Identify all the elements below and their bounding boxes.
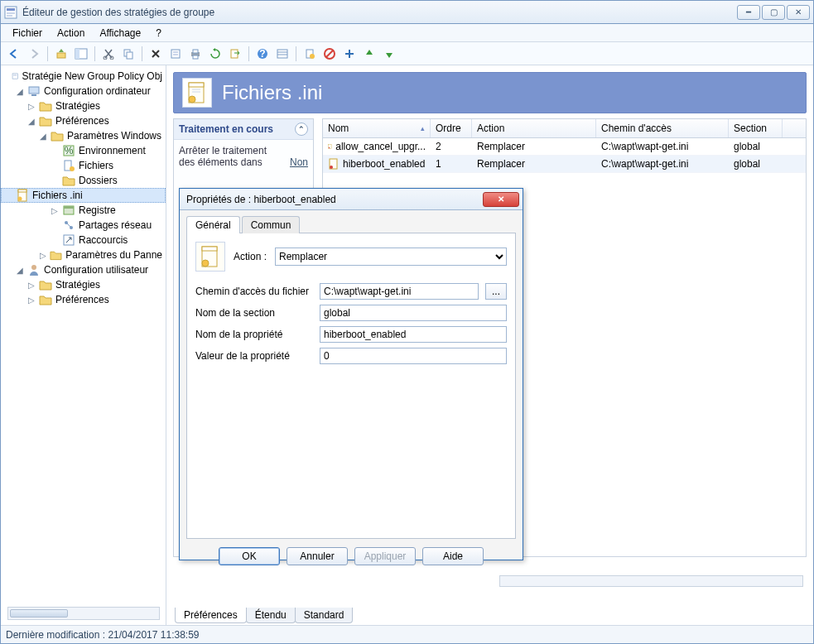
menu-file[interactable]: Fichier <box>6 26 49 41</box>
svg-rect-4 <box>57 53 65 58</box>
action-label: Action : <box>234 251 267 262</box>
add-icon[interactable] <box>341 46 358 62</box>
col-section[interactable]: Section <box>729 119 783 137</box>
menubar: Fichier Action Affichage ? <box>1 24 813 42</box>
tree-windows-params[interactable]: ◢Paramètres Windows <box>1 128 166 143</box>
tree-computer-config[interactable]: ◢Configuration ordinateur <box>1 84 166 99</box>
minimize-button[interactable]: ━ <box>737 5 760 20</box>
value-field[interactable] <box>320 348 507 364</box>
tab-standard[interactable]: Standard <box>295 608 354 623</box>
svg-rect-30 <box>31 94 36 96</box>
svg-rect-16 <box>193 55 198 59</box>
refresh-icon[interactable] <box>207 46 224 62</box>
tree-user-config[interactable]: ◢Configuration utilisateur <box>1 262 166 277</box>
properties-icon[interactable] <box>167 46 184 62</box>
close-button[interactable]: ✕ <box>787 5 810 20</box>
processing-value[interactable]: Non <box>290 156 308 168</box>
col-order[interactable]: Ordre <box>431 119 472 137</box>
menu-action[interactable]: Action <box>51 26 91 41</box>
tree-files[interactable]: Fichiers <box>1 158 166 173</box>
properties-dialog: Propriétés de : hiberboot_enabled ✕ Géné… <box>179 188 523 560</box>
action-select[interactable]: Remplacer <box>275 248 507 266</box>
svg-rect-36 <box>18 190 26 192</box>
col-name[interactable]: Nom▴ <box>323 119 431 137</box>
tab-common[interactable]: Commun <box>242 216 301 233</box>
browse-button[interactable]: ... <box>485 283 507 300</box>
help-icon[interactable]: ? <box>254 46 271 62</box>
print-icon[interactable] <box>187 46 204 62</box>
back-icon[interactable] <box>6 46 22 62</box>
ini-icon <box>195 242 225 272</box>
ok-button[interactable]: OK <box>219 547 280 565</box>
svg-rect-1 <box>7 8 15 11</box>
tree-user-preferences[interactable]: ▷Préférences <box>1 292 166 307</box>
copy-icon[interactable] <box>120 46 137 62</box>
tree-folders[interactable]: Dossiers <box>1 173 166 188</box>
export-icon[interactable] <box>227 46 243 62</box>
list-icon[interactable] <box>274 46 291 62</box>
app-window: Éditeur de gestion des stratégies de gro… <box>0 0 814 644</box>
tab-preferences[interactable]: Préférences <box>175 608 247 623</box>
processing-header: Traitement en cours <box>179 123 273 135</box>
menu-help[interactable]: ? <box>149 26 168 41</box>
svg-text:%: % <box>65 145 74 156</box>
svg-rect-28 <box>13 74 17 76</box>
svg-point-34 <box>70 166 75 171</box>
toolbar: ? <box>1 42 813 65</box>
tree-root[interactable]: Stratégie New Group Policy Obj <box>1 69 166 84</box>
tree-user-strategies[interactable]: ▷Stratégies <box>1 277 166 292</box>
dialog-close-button[interactable]: ✕ <box>483 192 519 207</box>
tree-ini-files[interactable]: Fichiers .ini <box>1 188 166 203</box>
maximize-button[interactable]: ▢ <box>762 5 785 20</box>
content-hscrollbar[interactable] <box>499 575 803 587</box>
svg-rect-17 <box>231 50 238 58</box>
show-hide-tree-icon[interactable] <box>73 46 89 62</box>
svg-rect-12 <box>173 51 178 53</box>
table-row[interactable]: hiberboot_enabled 1 Remplacer C:\wapt\wa… <box>323 156 806 173</box>
processing-text-2: des éléments dans <box>179 156 263 168</box>
tab-panel-general: Action : Remplacer Chemin d'accès du fic… <box>186 233 516 539</box>
col-path[interactable]: Chemin d'accès <box>596 119 729 137</box>
tree-hscrollbar[interactable] <box>7 607 160 620</box>
svg-point-53 <box>330 166 333 169</box>
tab-extended[interactable]: Étendu <box>246 608 296 623</box>
collapse-icon[interactable]: ⌃ <box>295 123 308 136</box>
stop-icon[interactable] <box>321 46 338 62</box>
section-label: Nom de la section <box>195 307 313 319</box>
col-action[interactable]: Action <box>472 119 596 137</box>
tree-network-shares[interactable]: Partages réseau <box>1 218 166 233</box>
tree-control-panel[interactable]: ▷Paramètres du Panne <box>1 248 166 262</box>
svg-rect-2 <box>7 12 15 14</box>
titlebar: Éditeur de gestion des stratégies de gro… <box>1 1 813 24</box>
tree-strategies[interactable]: ▷Stratégies <box>1 99 166 113</box>
banner: Fichiers .ini <box>173 72 807 113</box>
filepath-field[interactable] <box>320 283 479 300</box>
tree-registry[interactable]: ▷Registre <box>1 203 166 218</box>
table-row[interactable]: allow_cancel_upgr... 2 Remplacer C:\wapt… <box>323 138 806 156</box>
filepath-label: Chemin d'accès du fichier <box>195 286 313 297</box>
property-field[interactable] <box>320 326 507 343</box>
move-up-icon[interactable] <box>361 46 378 62</box>
property-label: Nom de la propriété <box>195 329 313 340</box>
forward-icon[interactable] <box>26 46 42 62</box>
tree-preferences[interactable]: ◢Préférences <box>1 113 166 128</box>
section-field[interactable] <box>320 305 507 321</box>
banner-icon <box>182 78 212 108</box>
tree-shortcuts[interactable]: Raccourcis <box>1 233 166 248</box>
apply-button[interactable]: Appliquer <box>354 547 416 565</box>
tree-panel: Stratégie New Group Policy Obj ◢Configur… <box>1 65 166 625</box>
new-item-icon[interactable] <box>301 46 318 62</box>
svg-point-56 <box>202 260 209 267</box>
cut-icon[interactable] <box>100 46 117 62</box>
delete-icon[interactable] <box>147 46 164 62</box>
status-bar: Dernière modification : 21/04/2017 11:38… <box>1 625 813 643</box>
tab-general[interactable]: Général <box>186 216 240 233</box>
svg-point-37 <box>18 197 22 201</box>
menu-view[interactable]: Affichage <box>93 26 147 41</box>
move-down-icon[interactable] <box>381 46 397 62</box>
cancel-button[interactable]: Annuler <box>287 547 348 565</box>
up-icon[interactable] <box>53 46 70 62</box>
tree-environment[interactable]: %Environnement <box>1 143 166 158</box>
help-button[interactable]: Aide <box>422 547 484 565</box>
svg-rect-10 <box>127 52 132 59</box>
